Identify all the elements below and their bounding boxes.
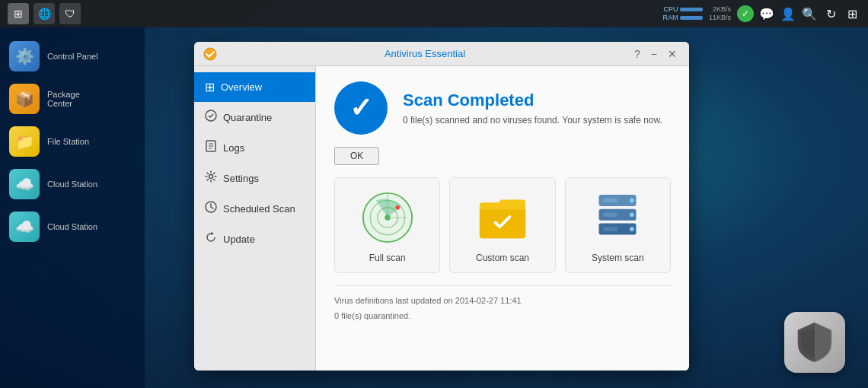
desktop-item-label: Control Panel	[47, 52, 98, 61]
custom-scan-label: Custom scan	[476, 253, 529, 263]
full-scan-card[interactable]: Full scan	[334, 177, 440, 273]
desktop-item-label: PackageCenter	[47, 90, 80, 108]
system-scan-icon	[590, 190, 645, 245]
scan-cards: Full scan Custom scan	[334, 177, 671, 273]
taskbar-stats: CPU RAM	[662, 5, 703, 22]
window-close-button[interactable]: ✕	[665, 48, 680, 60]
svg-rect-21	[603, 199, 617, 203]
package-center-icon: 📦	[9, 84, 40, 114]
nav-item-quarantine-label: Quarantine	[223, 112, 272, 123]
check-circle-icon: ✓	[334, 81, 388, 135]
logs-nav-icon	[205, 140, 217, 155]
scheduled-scan-nav-icon	[205, 201, 217, 216]
scan-header: ✓ Scan Completed 0 file(s) scanned and n…	[334, 81, 671, 135]
network-stats: 2KB/s 11KB/s	[709, 5, 731, 22]
sys-icons: ✓ 💬 👤 🔍 ↻ ⊞	[737, 5, 860, 22]
window-help-button[interactable]: ?	[631, 48, 643, 60]
taskbar-av-icon[interactable]: 🛡	[59, 3, 81, 24]
window-titlebar: Antivirus Essential ? − ✕	[194, 42, 689, 66]
window-controls: ? − ✕	[631, 48, 680, 60]
svg-point-6	[209, 175, 213, 179]
desktop-item-package-center[interactable]: 📦 PackageCenter	[0, 78, 145, 120]
nav-item-scheduled-scan[interactable]: Scheduled Scan	[194, 193, 315, 224]
taskbar-left: ⊞ 🌐 🛡	[8, 3, 81, 24]
desktop-item-control-panel[interactable]: ⚙️ Control Panel	[0, 35, 145, 78]
settings-nav-icon	[205, 170, 217, 186]
overview-nav-icon: ⊞	[205, 80, 215, 94]
shield-badge	[784, 312, 845, 373]
refresh-icon[interactable]: ↻	[822, 5, 839, 22]
full-scan-icon	[360, 190, 415, 245]
update-nav-icon	[205, 231, 217, 246]
ram-stat: RAM	[662, 14, 703, 22]
nav-item-logs[interactable]: Logs	[194, 132, 315, 163]
taskbar-right: CPU RAM 2KB/s 11KB/s ✓ 💬 👤 🔍 ↻ ⊞	[662, 5, 860, 22]
nav-item-overview-label: Overview	[221, 81, 262, 93]
scan-subtitle: 0 file(s) scanned and no viruses found. …	[403, 115, 662, 126]
main-content: ✓ Scan Completed 0 file(s) scanned and n…	[316, 66, 689, 371]
upload-stat: 2KB/s	[713, 5, 731, 14]
nav-item-logs-label: Logs	[223, 142, 244, 154]
cloud-station-2-icon: ☁️	[9, 211, 40, 242]
nav-item-quarantine[interactable]: Quarantine	[194, 102, 315, 132]
svg-rect-23	[603, 227, 617, 231]
footer-info: Virus definitions last updated on 2014-0…	[334, 285, 671, 324]
file-station-icon: 📁	[9, 126, 40, 157]
svg-point-19	[630, 212, 634, 217]
desktop-item-label: Cloud Station	[47, 222, 97, 231]
svg-point-14	[395, 205, 400, 210]
nav-item-settings[interactable]: Settings	[194, 163, 315, 193]
navigation-panel: ⊞ Overview Quarantine Logs	[194, 66, 316, 371]
search-icon[interactable]: 🔍	[801, 5, 818, 22]
desktop: ⊞ 🌐 🛡 CPU RAM 2KB/s 11KB/s ✓ 💬 👤 🔍 ↻ ⊞	[0, 0, 868, 388]
cpu-stat: CPU	[663, 5, 703, 14]
quarantine-text: 0 file(s) quarantined.	[334, 309, 671, 324]
antivirus-window: Antivirus Essential ? − ✕ ⊞ Overview Qua	[194, 42, 689, 371]
desktop-sidebar: ⚙️ Control Panel 📦 PackageCenter 📁 File …	[0, 27, 145, 388]
status-icon[interactable]: ✓	[737, 5, 754, 22]
desktop-item-cloud-station-1[interactable]: ☁️ Cloud Station	[0, 163, 145, 205]
window-body: ⊞ Overview Quarantine Logs	[194, 66, 689, 371]
taskbar-grid-icon[interactable]: ⊞	[8, 3, 29, 24]
nav-item-scheduled-scan-label: Scheduled Scan	[223, 203, 295, 215]
window-minimize-button[interactable]: −	[648, 48, 660, 60]
system-scan-card[interactable]: System scan	[565, 177, 671, 273]
desktop-item-file-station[interactable]: 📁 File Station	[0, 120, 145, 163]
checkmark: ✓	[349, 92, 372, 124]
chat-icon[interactable]: 💬	[758, 5, 775, 22]
taskbar: ⊞ 🌐 🛡 CPU RAM 2KB/s 11KB/s ✓ 💬 👤 🔍 ↻ ⊞	[0, 0, 868, 27]
full-scan-label: Full scan	[369, 253, 406, 263]
ok-button[interactable]: OK	[334, 147, 379, 165]
quarantine-nav-icon	[205, 110, 217, 125]
cloud-station-1-icon: ☁️	[9, 169, 40, 199]
av-title-icon	[203, 46, 219, 62]
svg-point-20	[630, 227, 634, 231]
user-icon[interactable]: 👤	[780, 5, 796, 22]
desktop-item-cloud-station-2[interactable]: ☁️ Cloud Station	[0, 205, 145, 248]
svg-rect-22	[603, 212, 617, 217]
desktop-item-label: File Station	[47, 137, 89, 146]
scan-info: Scan Completed 0 file(s) scanned and no …	[403, 91, 662, 126]
custom-scan-icon	[475, 190, 530, 245]
grid-icon[interactable]: ⊞	[844, 5, 860, 22]
scan-title: Scan Completed	[403, 91, 662, 110]
taskbar-network-icon[interactable]: 🌐	[34, 3, 55, 24]
nav-item-update-label: Update	[223, 234, 255, 245]
nav-item-overview[interactable]: ⊞ Overview	[194, 72, 315, 102]
download-stat: 11KB/s	[709, 14, 731, 22]
nav-item-settings-label: Settings	[223, 173, 259, 184]
control-panel-icon: ⚙️	[9, 41, 40, 72]
nav-item-update[interactable]: Update	[194, 224, 315, 254]
svg-point-18	[630, 199, 634, 203]
title-icon-group	[203, 46, 219, 62]
custom-scan-card[interactable]: Custom scan	[449, 177, 555, 273]
virus-def-text: Virus definitions last updated on 2014-0…	[334, 294, 671, 309]
desktop-item-label: Cloud Station	[47, 180, 97, 189]
system-scan-label: System scan	[592, 253, 644, 263]
window-title: Antivirus Essential	[219, 48, 631, 59]
